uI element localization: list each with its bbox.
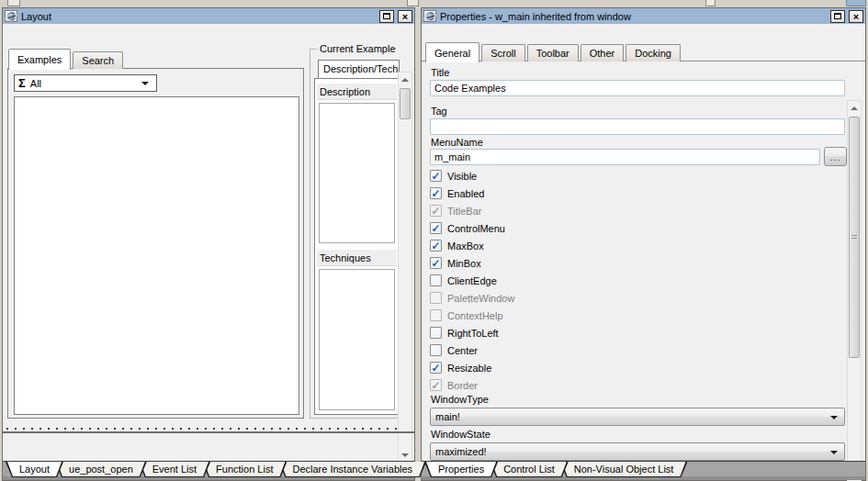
close-button[interactable]: × — [398, 10, 412, 23]
painter-tab-declare-instance-variables[interactable]: Declare Instance Variables — [278, 462, 426, 477]
checked-checkbox-icon[interactable]: ✓ — [430, 240, 442, 252]
properties-category-tabs: GeneralScrollToolbarOtherDocking — [425, 42, 682, 62]
painter-tab-ue-post-open[interactable]: ue_post_open — [55, 462, 147, 477]
unchecked-checkbox-icon[interactable] — [430, 274, 442, 286]
title-field-label: Title — [431, 67, 449, 78]
layout-window: Layout × ExamplesSearch Σ All Current Ex… — [2, 7, 415, 481]
properties-vertical-scrollbar[interactable] — [847, 100, 862, 481]
maximize-button[interactable] — [830, 10, 845, 23]
checked-checkbox-icon[interactable]: ✓ — [430, 187, 442, 199]
tab-search[interactable]: Search — [73, 51, 123, 69]
chevron-down-icon — [830, 451, 838, 454]
examples-search-tabs: ExamplesSearch — [8, 47, 125, 69]
checkbox-label: RightToLeft — [447, 328, 499, 339]
tab-label: Control List — [503, 464, 555, 475]
chevron-down-icon — [401, 453, 409, 457]
view-tab-properties[interactable]: Properties — [424, 462, 498, 477]
checked-checkbox-icon[interactable]: ✓ — [430, 222, 442, 234]
checkbox-label: Enabled — [447, 188, 484, 199]
painter-tab-event-list[interactable]: Event List — [139, 462, 210, 477]
windowstate-dropdown[interactable]: maximized! — [430, 442, 845, 461]
checkbox-label: Center — [447, 345, 478, 356]
painter-tab-layout[interactable]: Layout — [6, 462, 63, 477]
current-example-group: Current Example Description/Techn Descri… — [310, 49, 398, 419]
properties-tab-general[interactable]: General — [425, 42, 479, 62]
chevron-up-icon — [851, 106, 858, 110]
checkbox-label: ClientEdge — [447, 275, 497, 286]
checkbox-row-center: Center — [430, 344, 514, 356]
description-textarea[interactable] — [319, 103, 395, 243]
checked-checkbox-icon[interactable]: ✓ — [430, 170, 442, 182]
techniques-header: Techniques — [317, 250, 397, 266]
sum-icon: Σ — [18, 76, 26, 90]
maximize-button[interactable] — [379, 10, 394, 23]
layout-content: ExamplesSearch Σ All Current Example Des… — [3, 24, 414, 480]
close-button[interactable]: × — [849, 10, 863, 23]
properties-tab-other[interactable]: Other — [581, 44, 625, 62]
examples-tab-page: Σ All — [7, 68, 304, 419]
painter-globe-icon — [5, 10, 17, 22]
window-fragment — [407, 0, 419, 6]
unchecked-checkbox-icon[interactable] — [430, 327, 442, 339]
painter-tab-function-list[interactable]: Function List — [202, 462, 287, 477]
tab-examples[interactable]: Examples — [8, 49, 71, 70]
thumb-grip-icon — [851, 235, 857, 240]
window-fragment — [7, 0, 20, 6]
view-tab-non-visual-object-list[interactable]: Non-Visual Object List — [560, 462, 688, 477]
left-vertical-scrollbar[interactable] — [398, 72, 412, 463]
splitter-handle[interactable] — [6, 428, 398, 431]
tag-field-label: Tag — [431, 106, 447, 117]
view-tab-control-list[interactable]: Control List — [490, 462, 569, 477]
properties-tab-toolbar[interactable]: Toolbar — [527, 44, 579, 62]
scroll-down-button[interactable] — [399, 448, 411, 462]
scrollbar-thumb[interactable] — [849, 117, 860, 358]
tab-label: Layout — [19, 464, 50, 475]
tab-label: Properties — [438, 464, 484, 475]
checkbox-row-minbox: ✓MinBox — [430, 257, 514, 269]
scroll-up-button[interactable] — [848, 101, 861, 115]
techniques-textarea[interactable] — [319, 269, 395, 410]
example-tree-list[interactable] — [14, 96, 299, 415]
menuname-input[interactable] — [430, 149, 820, 165]
checkbox-label: Visible — [447, 171, 477, 182]
layout-titlebar[interactable]: Layout × — [3, 8, 414, 24]
splitter-line — [3, 431, 414, 433]
checked-checkbox-icon[interactable]: ✓ — [430, 257, 442, 269]
checked-checkbox-icon[interactable]: ✓ — [430, 362, 442, 374]
checkbox-row-maxbox: ✓MaxBox — [430, 240, 514, 252]
checkbox-label: TitleBar — [447, 206, 482, 217]
tab-label: Event List — [152, 464, 197, 475]
tag-input[interactable] — [430, 118, 845, 135]
scrollbar-thumb[interactable] — [400, 88, 411, 119]
windowtype-label: WindowType — [431, 394, 489, 405]
group-label: Current Example — [317, 43, 399, 54]
checkbox-row-righttoleft: RightToLeft — [430, 327, 514, 339]
properties-titlebar[interactable]: Properties - w_main inherited from windo… — [422, 8, 865, 24]
title-input[interactable] — [430, 80, 845, 96]
menuname-browse-button[interactable]: ... — [824, 147, 847, 166]
scroll-up-button[interactable] — [399, 73, 411, 86]
tab-description-techniques[interactable]: Description/Techn — [318, 60, 400, 78]
windowstate-value: maximized! — [435, 446, 487, 457]
properties-tab-scroll[interactable]: Scroll — [481, 44, 525, 62]
checkbox-label: Border — [447, 380, 478, 391]
tab-label: Non-Visual Object List — [574, 464, 674, 475]
checked-checkbox-icon: ✓ — [430, 379, 442, 391]
checkbox-row-visible: ✓Visible — [430, 170, 514, 182]
window-property-checkboxes: ✓Visible✓Enabled✓TitleBar✓ControlMenu✓Ma… — [430, 170, 514, 397]
unchecked-checkbox-icon[interactable] — [430, 344, 442, 356]
properties-tab-docking[interactable]: Docking — [626, 44, 681, 62]
checkbox-label: ContextHelp — [447, 310, 503, 321]
top-edge-strip — [0, 0, 868, 7]
chevron-down-icon — [830, 416, 838, 419]
checkbox-label: MinBox — [447, 258, 481, 269]
window-fragment — [846, 0, 866, 6]
windowtype-value: main! — [435, 411, 460, 422]
windowstate-label: WindowState — [431, 429, 490, 440]
example-filter-dropdown[interactable]: Σ All — [14, 74, 157, 92]
windowtype-dropdown[interactable]: main! — [430, 408, 845, 426]
close-icon: × — [402, 12, 408, 21]
checkbox-row-controlmenu: ✓ControlMenu — [430, 222, 514, 234]
checkbox-row-border: ✓Border — [430, 379, 514, 391]
maximize-icon — [834, 13, 841, 19]
